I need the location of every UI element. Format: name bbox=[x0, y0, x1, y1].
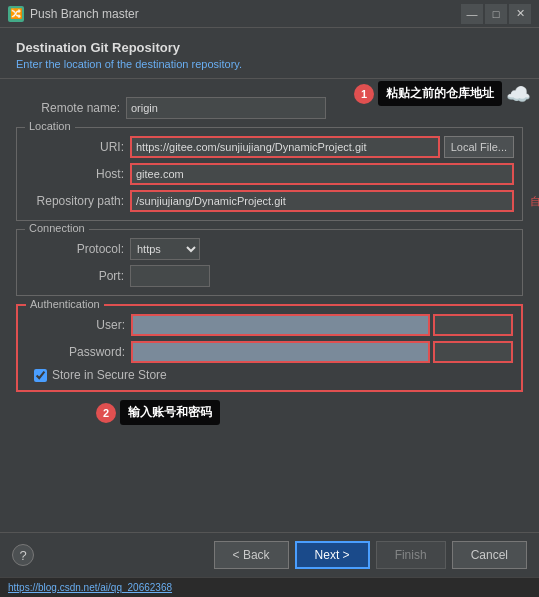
host-input[interactable] bbox=[130, 163, 514, 185]
window-controls: — □ ✕ bbox=[461, 4, 531, 24]
auto-gen-label: 自动生成 bbox=[530, 194, 539, 209]
status-url[interactable]: https://blog.csdn.net/ai/qq_20662368 bbox=[8, 582, 172, 593]
annotation-1-text: 粘贴之前的仓库地址 bbox=[378, 81, 502, 106]
authentication-group: Authentication User: Password: bbox=[16, 304, 523, 392]
secure-store-label: Store in Secure Store bbox=[52, 368, 167, 382]
annotation-2-badge: 2 bbox=[96, 403, 116, 423]
footer-left: ? bbox=[12, 544, 34, 566]
user-input[interactable] bbox=[131, 314, 430, 336]
back-button[interactable]: < Back bbox=[214, 541, 289, 569]
dialog-content: 1 粘贴之前的仓库地址 ☁️ Remote name: Location URI… bbox=[0, 79, 539, 532]
dialog-header: Destination Git Repository Enter the loc… bbox=[0, 28, 539, 79]
remote-name-input[interactable] bbox=[126, 97, 326, 119]
status-bar: https://blog.csdn.net/ai/qq_20662368 bbox=[0, 577, 539, 597]
dialog-footer: ? < Back Next > Finish Cancel bbox=[0, 532, 539, 577]
port-label: Port: bbox=[25, 269, 130, 283]
host-label: Host: bbox=[25, 167, 130, 181]
cancel-button[interactable]: Cancel bbox=[452, 541, 527, 569]
title-bar: 🔀 Push Branch master — □ ✕ bbox=[0, 0, 539, 28]
footer-buttons: < Back Next > Finish Cancel bbox=[214, 541, 527, 569]
password-extra-input[interactable] bbox=[433, 341, 513, 363]
protocol-select[interactable]: https http ssh bbox=[130, 238, 200, 260]
dialog-title: Destination Git Repository bbox=[16, 40, 523, 55]
password-label: Password: bbox=[26, 345, 131, 359]
remote-name-label: Remote name: bbox=[16, 101, 126, 115]
password-input[interactable] bbox=[131, 341, 430, 363]
location-label: Location bbox=[25, 120, 75, 132]
port-row: Port: bbox=[25, 265, 514, 287]
location-group: Location URI: Local File... Host: bbox=[16, 127, 523, 221]
minimize-button[interactable]: — bbox=[461, 4, 483, 24]
annotation-2-text: 输入账号和密码 bbox=[120, 400, 220, 425]
uri-input-group: Local File... bbox=[130, 136, 514, 158]
annotation-1-callout: 1 粘贴之前的仓库地址 ☁️ bbox=[354, 81, 531, 106]
connection-group: Connection Protocol: https http ssh Port… bbox=[16, 229, 523, 296]
connection-content: Protocol: https http ssh Port: bbox=[25, 238, 514, 287]
local-file-button[interactable]: Local File... bbox=[444, 136, 514, 158]
help-button[interactable]: ? bbox=[12, 544, 34, 566]
cloud-icon: ☁️ bbox=[506, 82, 531, 106]
host-row: Host: bbox=[25, 163, 514, 185]
secure-store-checkbox[interactable] bbox=[34, 369, 47, 382]
uri-input[interactable] bbox=[130, 136, 440, 158]
finish-button[interactable]: Finish bbox=[376, 541, 446, 569]
secure-store-row: Store in Secure Store bbox=[34, 368, 513, 382]
protocol-row: Protocol: https http ssh bbox=[25, 238, 514, 260]
user-input-group bbox=[131, 314, 513, 336]
uri-row: URI: Local File... bbox=[25, 136, 514, 158]
close-button[interactable]: ✕ bbox=[509, 4, 531, 24]
dialog: Destination Git Repository Enter the loc… bbox=[0, 28, 539, 597]
dialog-subtitle: Enter the location of the destination re… bbox=[16, 58, 523, 70]
maximize-button[interactable]: □ bbox=[485, 4, 507, 24]
connection-label: Connection bbox=[25, 222, 89, 234]
location-content: URI: Local File... Host: Repository path… bbox=[25, 136, 514, 212]
password-row: Password: bbox=[26, 341, 513, 363]
port-input[interactable] bbox=[130, 265, 210, 287]
annotation-2-callout: 2 输入账号和密码 bbox=[96, 400, 523, 425]
authentication-label: Authentication bbox=[26, 298, 104, 310]
app-icon: 🔀 bbox=[8, 6, 24, 22]
protocol-label: Protocol: bbox=[25, 242, 130, 256]
user-row: User: bbox=[26, 314, 513, 336]
annotation-1-badge: 1 bbox=[354, 84, 374, 104]
repo-path-input[interactable] bbox=[130, 190, 514, 212]
uri-label: URI: bbox=[25, 140, 130, 154]
next-button[interactable]: Next > bbox=[295, 541, 370, 569]
auth-content: User: Password: Sto bbox=[26, 314, 513, 382]
password-input-group bbox=[131, 341, 513, 363]
user-extra-input[interactable] bbox=[433, 314, 513, 336]
window-title: Push Branch master bbox=[30, 7, 461, 21]
repo-path-label: Repository path: bbox=[25, 194, 130, 208]
repo-path-row: Repository path: 自动生成 bbox=[25, 190, 514, 212]
user-label: User: bbox=[26, 318, 131, 332]
